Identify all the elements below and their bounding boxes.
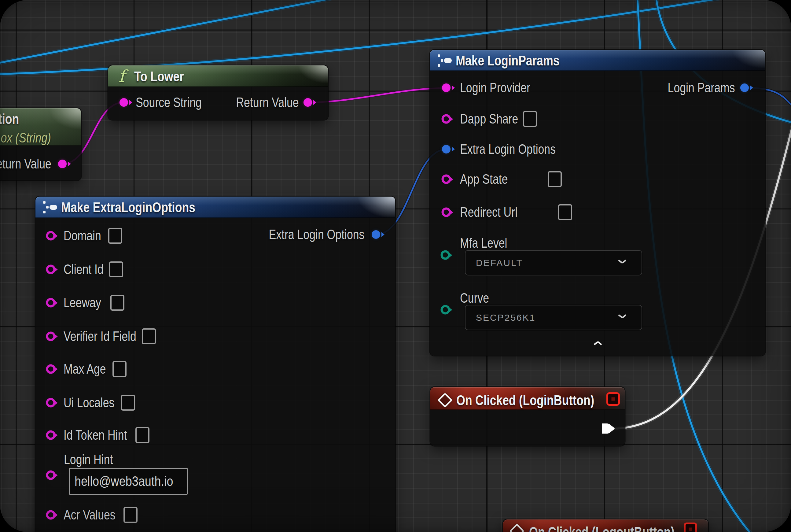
verifier-id-field-label: Verifier Id Field [63,329,136,343]
node-onclicked-loginbutton-title: On Clicked (LoginButton) [456,393,594,407]
app-state-label: App State [460,172,508,186]
to-lower-source-string-label: Source String [136,96,202,109]
acr-values-checkbox[interactable] [123,507,137,523]
dapp-share-checkbox[interactable] [523,111,537,127]
client-id-label: Client Id [63,263,103,276]
to-lower-return-value-pin[interactable] [304,98,312,107]
id-token-hint-checkbox[interactable] [135,427,150,443]
node-onclicked-logoutbutton-title: On Clicked (LogoutButton) [529,525,675,532]
login-hint-label: Login Hint [64,453,113,466]
mfa-level-label: Mfa Level [460,236,507,250]
extra-login-options-out-label: Extra Login Options [269,228,364,241]
mfa-level-value: DEFAULT [476,258,523,268]
wire-tolower-to-loginprovider[interactable] [308,88,446,102]
max-age-checkbox[interactable] [113,361,127,377]
redirect-url-label: Redirect Url [460,206,518,219]
node-make-loginparams-title: Make LoginParams [456,54,560,68]
acr-values-pin[interactable] [46,510,56,520]
login-params-out-label: Login Params [668,81,735,94]
leeway-pin[interactable] [46,298,56,308]
chevron-down-icon [618,260,627,266]
dapp-share-label: Dapp Share [460,112,518,126]
node-combo-source-title: tion [0,112,19,126]
leeway-label: Leeway [63,296,101,309]
max-age-pin[interactable] [46,364,56,374]
collapse-chevron-icon[interactable] [593,342,602,347]
domain-pin[interactable] [46,231,56,241]
dapp-share-pin[interactable] [442,114,451,124]
domain-label: Domain [63,229,101,243]
chevron-down-icon [618,315,627,320]
delegate-output-pin[interactable] [606,392,620,406]
domain-checkbox[interactable] [108,228,122,244]
ui-locales-pin[interactable] [46,398,56,407]
login-hint-pin[interactable] [46,471,56,480]
mfa-level-pin[interactable] [441,250,450,260]
login-hint-value: hello@web3auth.io [75,474,173,489]
extra-login-options-out-pin[interactable] [372,230,380,239]
login-provider-pin[interactable] [442,83,450,92]
curve-label: Curve [460,291,489,305]
curve-pin[interactable] [441,305,450,315]
extra-login-options-in-pin[interactable] [442,145,450,153]
make-struct-icon [43,201,57,214]
combo-source-return-value-pin[interactable] [58,159,66,168]
node-to-lower[interactable]: f To Lower Source String Return Value [108,65,328,120]
function-icon: f [119,68,125,85]
make-struct-icon [437,54,452,67]
exec-output-pin[interactable] [601,422,616,436]
node-onclicked-logoutbutton[interactable]: On Clicked (LogoutButton) [503,519,708,532]
curve-dropdown[interactable]: SECP256K1 [465,305,642,330]
node-to-lower-title: To Lower [134,70,184,83]
acr-values-label: Acr Values [63,508,116,521]
verifier-id-field-checkbox[interactable] [142,328,156,344]
id-token-hint-label: Id Token Hint [63,429,127,442]
client-id-pin[interactable] [46,265,56,274]
curve-value: SECP256K1 [476,312,536,323]
node-make-loginparams[interactable]: Make LoginParams Login Provider Login Pa… [430,50,765,356]
node-make-extraloginoptions[interactable]: Make ExtraLoginOptions Extra Login Optio… [36,196,395,532]
id-token-hint-pin[interactable] [46,431,56,440]
ui-locales-label: Ui Locales [63,396,114,410]
redirect-url-checkbox[interactable] [558,204,572,220]
node-combo-source-subtitle: ox (String) [1,131,51,145]
to-lower-return-value-label: Return Value [236,96,299,109]
app-state-checkbox[interactable] [548,171,562,187]
extra-login-options-in-label: Extra Login Options [460,142,556,156]
login-hint-input[interactable]: hello@web3auth.io [69,468,188,495]
client-id-checkbox[interactable] [109,261,123,277]
redirect-url-pin[interactable] [442,208,451,217]
ui-locales-checkbox[interactable] [121,395,135,411]
combo-source-return-value-label: eturn Value [0,157,51,171]
node-combo-source[interactable]: tion ox (String) eturn Value [0,108,81,180]
max-age-label: Max Age [63,362,106,376]
leeway-checkbox[interactable] [110,295,124,311]
blueprint-canvas[interactable]: tion ox (String) eturn Value f To Lower … [0,0,791,532]
to-lower-source-string-pin[interactable] [119,98,128,107]
node-make-extraloginoptions-title: Make ExtraLoginOptions [61,200,195,214]
verifier-id-field-pin[interactable] [46,332,56,341]
delegate-output-pin[interactable] [684,522,697,532]
app-state-pin[interactable] [442,175,451,184]
login-provider-label: Login Provider [460,81,530,94]
node-onclicked-loginbutton[interactable]: On Clicked (LoginButton) [430,387,625,446]
mfa-level-dropdown[interactable]: DEFAULT [465,250,642,276]
login-params-out-pin[interactable] [740,83,749,92]
